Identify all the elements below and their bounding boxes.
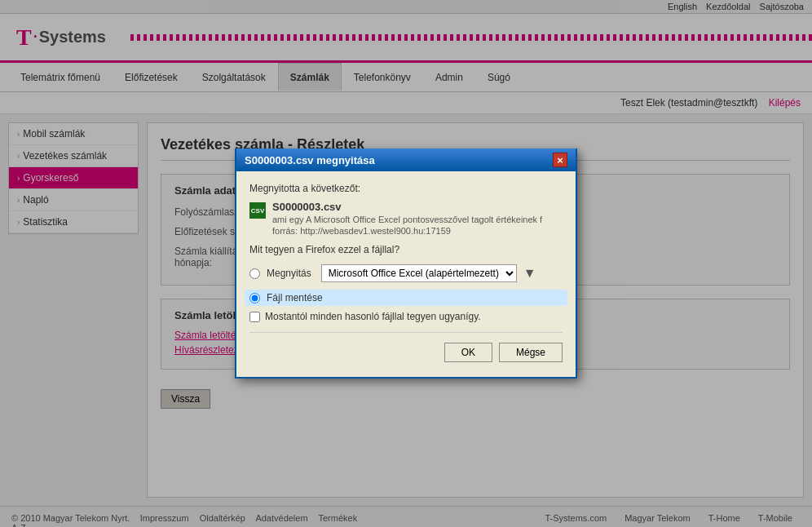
modal-cancel-button[interactable]: Mégse <box>499 343 563 362</box>
modal-overlay: S0000003.csv megnyitása × Megnyitotta a … <box>0 0 812 527</box>
save-radio-label: Fájl mentése <box>267 292 323 303</box>
select-dropdown-icon[interactable]: ▼ <box>523 266 536 281</box>
modal-checkbox-row: Mostantól minden hasonló fájllal tegyen … <box>249 311 563 322</box>
modal-question: Mit tegyen a Firefox ezzel a fájllal? <box>249 244 563 255</box>
modal-file-info: S0000003.csv ami egy A Microsoft Office … <box>272 201 542 236</box>
modal-close-button[interactable]: × <box>553 153 567 167</box>
always-checkbox[interactable] <box>249 312 260 322</box>
save-radio[interactable] <box>249 293 260 303</box>
modal-filename: S0000003.csv <box>272 201 542 213</box>
always-checkbox-label: Mostantól minden hasonló fájllal tegyen … <box>265 311 481 322</box>
modal-title: S0000003.csv megnyitása <box>245 154 375 166</box>
modal-opened-label: Megnyitotta a következőt: <box>249 183 563 194</box>
modal-ok-button[interactable]: OK <box>444 343 492 362</box>
modal-file-info-line2: forrás: http://webasdev1.westel900.hu:17… <box>272 226 542 236</box>
csv-file-icon: CSV <box>249 202 266 219</box>
open-radio[interactable] <box>249 268 260 279</box>
modal-save-option-row: Fájl mentése <box>245 290 567 306</box>
modal-title-bar: S0000003.csv megnyitása × <box>236 148 576 171</box>
modal-body: Megnyitotta a következőt: CSV S0000003.c… <box>236 171 576 377</box>
open-radio-label: Megnyitás <box>267 268 311 279</box>
modal-buttons: OK Mégse <box>249 343 563 365</box>
modal-file-row: CSV S0000003.csv ami egy A Microsoft Off… <box>249 201 563 236</box>
modal-open-option-row: Megnyitás Microsoft Office Excel (alapér… <box>249 262 563 285</box>
open-app-select[interactable]: Microsoft Office Excel (alapértelmezett) <box>321 264 517 282</box>
modal-dialog: S0000003.csv megnyitása × Megnyitotta a … <box>235 148 577 379</box>
modal-file-info-line1: ami egy A Microsoft Office Excel pontosv… <box>272 215 542 224</box>
modal-divider <box>249 332 563 333</box>
